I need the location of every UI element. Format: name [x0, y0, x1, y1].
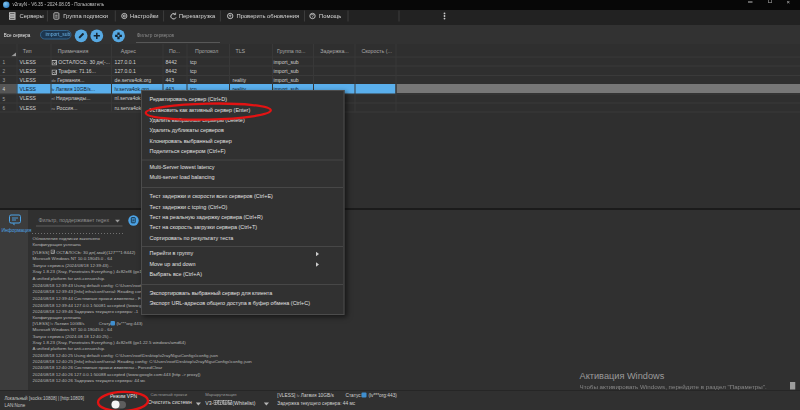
svg-text:?: ?	[311, 13, 314, 19]
